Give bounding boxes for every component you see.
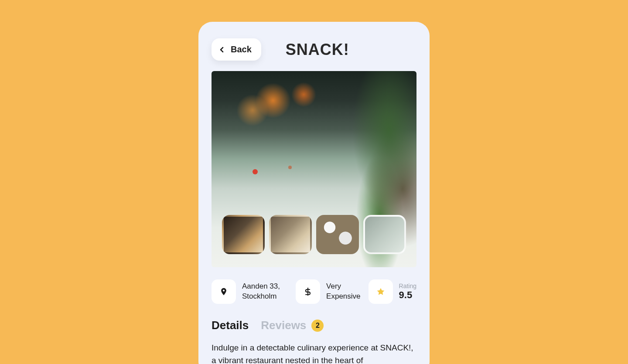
dollar-icon [304, 287, 312, 296]
tab-reviews[interactable]: Reviews 2 [261, 319, 324, 332]
thumbnail-3[interactable] [316, 215, 359, 254]
thumbnail-2[interactable] [269, 215, 312, 254]
tabs: Details Reviews 2 [212, 319, 416, 332]
thumbnail-4[interactable] [363, 215, 406, 254]
tab-reviews-label: Reviews [261, 319, 306, 332]
tab-details-label: Details [212, 319, 249, 332]
star-icon [376, 287, 385, 296]
header: Back SNACK! [212, 38, 416, 61]
thumbnail-strip [222, 215, 406, 254]
location-pin-icon [219, 287, 228, 296]
location-text: Aanden 33, Stockholm [242, 282, 288, 302]
restaurant-detail-card: Back SNACK! Aanden 33, Stockholm Very Ex… [198, 22, 430, 364]
rating-icon-box [369, 279, 393, 304]
price-icon-box [296, 279, 320, 304]
rating-info: Rating 9.5 [369, 279, 416, 304]
rating-text-group: Rating 9.5 [399, 282, 416, 301]
tab-details[interactable]: Details [212, 319, 249, 332]
thumbnail-1[interactable] [222, 215, 265, 254]
rating-value: 9.5 [399, 289, 416, 301]
hero-gallery [212, 71, 416, 267]
chevron-left-icon [218, 46, 225, 53]
location-info: Aanden 33, Stockholm [212, 279, 288, 304]
description-text: Indulge in a detectable culinary experie… [212, 342, 416, 364]
price-text: Very Expensive [326, 282, 360, 302]
rating-label: Rating [399, 282, 416, 289]
price-info: Very Expensive [296, 279, 360, 304]
info-row: Aanden 33, Stockholm Very Expensive Rati… [212, 279, 416, 304]
reviews-count-badge: 2 [311, 320, 324, 332]
location-icon-box [212, 279, 236, 304]
page-title: SNACK! [286, 41, 349, 59]
back-button[interactable]: Back [212, 38, 261, 61]
back-label: Back [231, 44, 252, 54]
